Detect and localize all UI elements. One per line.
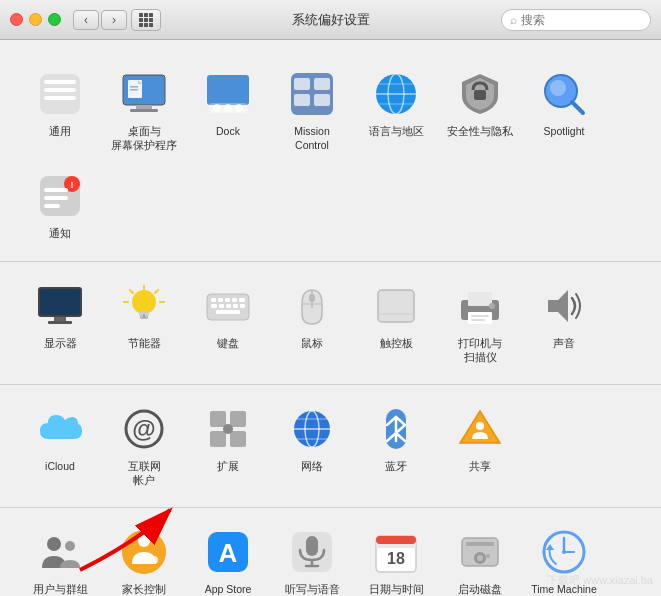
svg-point-74 [489, 303, 495, 309]
svg-rect-3 [44, 96, 76, 100]
pref-extensions[interactable]: 扩展 [188, 395, 268, 493]
internet-icon: @ [118, 403, 170, 455]
pref-energy[interactable]: 节能器 [104, 272, 184, 370]
svg-text:A: A [219, 538, 238, 568]
grid-view-button[interactable] [131, 9, 161, 31]
svg-rect-79 [210, 431, 226, 447]
mission-icon [286, 68, 338, 120]
mouse-icon [286, 280, 338, 332]
pref-keyboard[interactable]: 键盘 [188, 272, 268, 370]
pref-parental[interactable]: 家长控制 [104, 518, 184, 596]
svg-line-47 [130, 290, 133, 293]
svg-point-16 [235, 104, 243, 112]
security-label: 安全性与隐私 [447, 125, 513, 139]
svg-rect-21 [314, 94, 330, 106]
svg-rect-97 [306, 536, 318, 556]
svg-point-14 [213, 104, 221, 112]
printer-icon [454, 280, 506, 332]
svg-rect-57 [239, 298, 245, 302]
forward-button[interactable]: › [101, 10, 127, 30]
system-items-row: 用户与群组 家长控制 [20, 518, 641, 596]
svg-rect-66 [309, 294, 315, 302]
svg-rect-6 [136, 105, 152, 109]
svg-rect-60 [226, 304, 231, 308]
dictation-icon [286, 526, 338, 578]
svg-rect-39 [40, 289, 80, 315]
close-button[interactable] [10, 13, 23, 26]
back-button[interactable]: ‹ [73, 10, 99, 30]
keyboard-icon [202, 280, 254, 332]
svg-rect-55 [225, 298, 230, 302]
pref-trackpad[interactable]: 触控板 [356, 272, 436, 370]
pref-desktop[interactable]: 桌面与屏幕保护程序 [104, 60, 184, 158]
svg-rect-54 [218, 298, 223, 302]
bluetooth-icon [370, 403, 422, 455]
sound-icon [538, 280, 590, 332]
section-hardware: 显示器 [0, 262, 661, 385]
pref-users[interactable]: 用户与群组 [20, 518, 100, 596]
pref-printer[interactable]: 打印机与扫描仪 [440, 272, 520, 370]
energy-label: 节能器 [128, 337, 161, 351]
pref-internet[interactable]: @ 互联网帐户 [104, 395, 184, 493]
parental-label: 家长控制 [122, 583, 166, 596]
pref-network[interactable]: 网络 [272, 395, 352, 493]
maximize-button[interactable] [48, 13, 61, 26]
svg-rect-80 [230, 431, 246, 447]
startup-icon [454, 526, 506, 578]
dock-label: Dock [216, 125, 240, 139]
pref-startup[interactable]: 启动磁盘 [440, 518, 520, 596]
pref-timemachine[interactable]: Time Machine [524, 518, 604, 596]
svg-rect-53 [211, 298, 216, 302]
svg-rect-71 [468, 312, 492, 324]
pref-spotlight[interactable]: Spotlight [524, 60, 604, 158]
notifications-label: 通知 [49, 227, 71, 241]
pref-sharing[interactable]: 共享 [440, 395, 520, 493]
minimize-button[interactable] [29, 13, 42, 26]
printer-label: 打印机与扫描仪 [458, 337, 502, 364]
search-input[interactable] [521, 13, 661, 27]
mouse-label: 鼠标 [301, 337, 323, 351]
pref-dock[interactable]: Dock [188, 60, 268, 158]
desktop-label: 桌面与屏幕保护程序 [111, 125, 177, 152]
internet-items-row: iCloud @ 互联网帐户 [20, 395, 641, 493]
pref-language[interactable]: 语言与地区 [356, 60, 436, 158]
pref-datetime[interactable]: 18 日期与时间 [356, 518, 436, 596]
grid-icon [139, 13, 153, 27]
network-label: 网络 [301, 460, 323, 474]
internet-label: 互联网帐户 [128, 460, 161, 487]
svg-rect-77 [210, 411, 226, 427]
spotlight-label: Spotlight [544, 125, 585, 139]
svg-rect-78 [230, 411, 246, 427]
pref-appstore[interactable]: A App Store [188, 518, 268, 596]
pref-mouse[interactable]: 鼠标 [272, 272, 352, 370]
svg-rect-59 [219, 304, 224, 308]
keyboard-label: 键盘 [217, 337, 239, 351]
svg-rect-10 [130, 86, 138, 88]
svg-rect-37 [44, 204, 60, 208]
pref-security[interactable]: 安全性与隐私 [440, 60, 520, 158]
svg-point-108 [477, 555, 483, 561]
pref-mission[interactable]: MissionControl [272, 60, 352, 158]
svg-point-93 [150, 556, 158, 564]
pref-bluetooth[interactable]: 蓝牙 [356, 395, 436, 493]
traffic-lights [10, 13, 61, 26]
pref-display[interactable]: 显示器 [20, 272, 100, 370]
svg-rect-67 [378, 290, 414, 322]
pref-dictation[interactable]: 听写与语音 [272, 518, 352, 596]
personal-items-row: 通用 桌面与屏幕保护程序 [20, 60, 641, 247]
svg-rect-41 [48, 321, 72, 324]
svg-rect-18 [294, 78, 310, 90]
startup-label: 启动磁盘 [458, 583, 502, 596]
display-label: 显示器 [44, 337, 77, 351]
svg-rect-36 [44, 196, 68, 200]
pref-sound[interactable]: 声音 [524, 272, 604, 370]
svg-rect-106 [466, 542, 494, 546]
datetime-label: 日期与时间 [369, 583, 424, 596]
pref-icloud[interactable]: iCloud [20, 395, 100, 493]
search-box[interactable]: ⌕ ✕ [501, 9, 651, 31]
pref-notifications[interactable]: ! 通知 [20, 162, 100, 247]
bluetooth-label: 蓝牙 [385, 460, 407, 474]
window-title: 系统偏好设置 [292, 11, 370, 29]
pref-general[interactable]: 通用 [20, 60, 100, 158]
svg-rect-19 [314, 78, 330, 90]
